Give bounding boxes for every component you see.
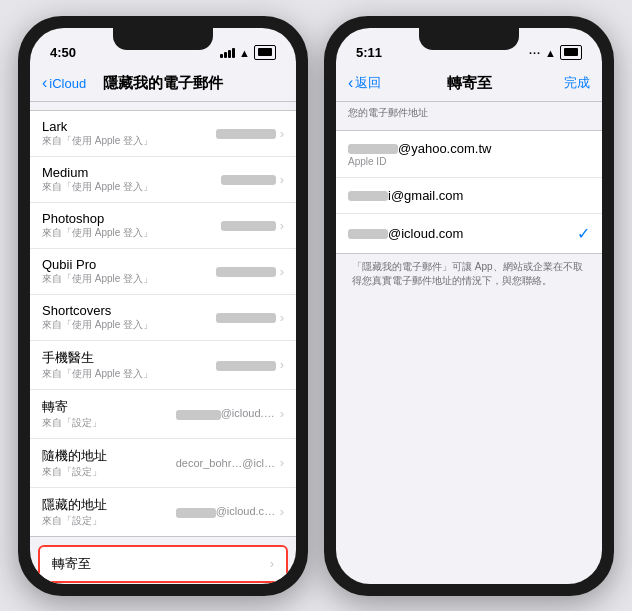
done-button[interactable]: 完成	[564, 74, 590, 92]
scroll-area-left[interactable]: Lark 來自「使用 Apple 登入」 › Medium 來自「使用 Appl…	[30, 102, 296, 584]
yahoo-domain: @yahoo.com.tw	[398, 141, 491, 156]
list-item[interactable]: Medium 來自「使用 Apple 登入」 ›	[30, 157, 296, 203]
bar3	[228, 50, 231, 58]
item-value	[221, 173, 276, 185]
item-value: @icloud.com	[176, 407, 276, 419]
item-value	[216, 311, 276, 323]
photoshop-title: Photoshop	[42, 211, 221, 226]
section-label-emails: 您的電子郵件地址	[336, 102, 602, 122]
checkmark-icon: ✓	[577, 224, 590, 243]
email-info: @icloud.com	[348, 226, 577, 241]
right-phone: 5:11 ··· ▲ ‹ 返回 轉寄至 完成 您的電子郵件地址	[324, 16, 614, 596]
email-address: @yahoo.com.tw	[348, 141, 590, 156]
list-item[interactable]: Shortcovers 來自「使用 Apple 登入」 ›	[30, 295, 296, 341]
chevron-icon: ›	[280, 406, 284, 421]
icloud-domain: @icloud.com	[388, 226, 463, 241]
bar1	[220, 54, 223, 58]
back-chevron-right: ‹	[348, 74, 353, 92]
left-phone: 4:50 ▲ ‹ iCloud 隱藏	[18, 16, 308, 596]
item-title: Lark	[42, 119, 216, 134]
email-sublabel: Apple ID	[348, 156, 590, 167]
footer-text-right: 「隱藏我的電子郵件」可讓 App、網站或企業在不取得您真實電子郵件地址的情況下，…	[336, 254, 602, 294]
wifi-icon: ▲	[239, 47, 250, 59]
chevron-icon: ›	[280, 455, 284, 470]
highlighted-section: 轉寄至 ›	[38, 545, 288, 583]
item-title: Shortcovers	[42, 303, 216, 318]
item-sub: 來自「使用 Apple 登入」	[42, 134, 216, 148]
list-item[interactable]: 轉寄 來自「設定」 @icloud.com ›	[30, 390, 296, 439]
time-left: 4:50	[50, 45, 76, 60]
chevron-icon: ›	[280, 310, 284, 325]
status-icons-left: ▲	[220, 45, 276, 60]
footer-text-left: 「隱藏我的電子郵件」可讓 App、網站或企業在不取得您真實電子郵件地址的情況下，…	[30, 583, 296, 584]
list-item[interactable]: 隨機的地址 來自「設定」 decor_bohr…@icloud.com ›	[30, 439, 296, 488]
item-sub: 來自「設定」	[42, 465, 176, 479]
notch-left	[113, 28, 213, 50]
item-sub: 來自「使用 Apple 登入」	[42, 226, 221, 240]
notch-right	[419, 28, 519, 50]
bar4	[232, 48, 235, 58]
nav-title-right: 轉寄至	[447, 74, 492, 93]
list-item[interactable]: 手機醫生 來自「使用 Apple 登入」 ›	[30, 341, 296, 390]
signal-icon	[220, 48, 235, 58]
item-title: 手機醫生	[42, 349, 216, 367]
item-sub: 來自「使用 Apple 登入」	[42, 318, 216, 332]
item-sub: 來自「使用 Apple 登入」	[42, 180, 221, 194]
back-chevron-left: ‹	[42, 74, 47, 92]
item-value	[221, 219, 276, 231]
chevron-icon: ›	[270, 556, 274, 571]
gmail-domain: i@gmail.com	[388, 188, 463, 203]
item-sub: 來自「設定」	[42, 514, 176, 528]
email-item-icloud[interactable]: @icloud.com ✓	[336, 214, 602, 253]
email-address: @icloud.com	[348, 226, 577, 241]
email-info: @yahoo.com.tw Apple ID	[348, 141, 590, 167]
item-value	[216, 127, 276, 139]
item-sub: 來自「設定」	[42, 416, 176, 430]
email-item-yahoo[interactable]: @yahoo.com.tw Apple ID	[336, 131, 602, 178]
chevron-icon: ›	[280, 504, 284, 519]
time-right: 5:11	[356, 45, 382, 60]
battery-icon	[560, 45, 582, 60]
nav-bar-right: ‹ 返回 轉寄至 完成	[336, 68, 602, 102]
item-sub: 來自「使用 Apple 登入」	[42, 367, 216, 381]
bar2	[224, 52, 227, 58]
back-button-right[interactable]: ‹ 返回	[348, 74, 381, 92]
chevron-icon: ›	[280, 126, 284, 141]
chevron-icon: ›	[280, 357, 284, 372]
item-title: 轉寄	[42, 398, 176, 416]
chevron-icon: ›	[280, 218, 284, 233]
item-sub: 來自「使用 Apple 登入」	[42, 272, 216, 286]
nav-title-left: 隱藏我的電子郵件	[103, 74, 223, 93]
email-list: @yahoo.com.tw Apple ID i@gmail.com	[336, 130, 602, 254]
item-title: 隨機的地址	[42, 447, 176, 465]
forward-to-label: 轉寄至	[52, 555, 270, 573]
battery-icon	[254, 45, 276, 60]
chevron-icon: ›	[280, 172, 284, 187]
item-value	[216, 265, 276, 277]
back-label-left: iCloud	[49, 76, 86, 91]
email-info: i@gmail.com	[348, 188, 590, 203]
status-icons-right: ··· ▲	[529, 45, 582, 60]
forward-to-item[interactable]: 轉寄至 ›	[38, 545, 288, 583]
email-item-gmail[interactable]: i@gmail.com	[336, 178, 602, 214]
list-item[interactable]: Lark 來自「使用 Apple 登入」 ›	[30, 111, 296, 157]
scroll-area-right[interactable]: 您的電子郵件地址 @yahoo.com.tw Apple ID i@g	[336, 102, 602, 584]
apps-list: Lark 來自「使用 Apple 登入」 › Medium 來自「使用 Appl…	[30, 110, 296, 537]
item-value	[216, 358, 276, 370]
item-title: Qubii Pro	[42, 257, 216, 272]
chevron-icon: ›	[280, 264, 284, 279]
dots-icon: ···	[529, 47, 541, 59]
nav-bar-left: ‹ iCloud 隱藏我的電子郵件	[30, 68, 296, 102]
list-item[interactable]: Photoshop 來自「使用 Apple 登入」 ›	[30, 203, 296, 249]
back-button-left[interactable]: ‹ iCloud	[42, 74, 86, 92]
item-value: @icloud.com	[176, 505, 276, 517]
item-title: Medium	[42, 165, 221, 180]
wifi-icon: ▲	[545, 47, 556, 59]
list-item[interactable]: 隱藏的地址 來自「設定」 @icloud.com ›	[30, 488, 296, 536]
back-label-right: 返回	[355, 74, 381, 92]
email-address: i@gmail.com	[348, 188, 590, 203]
item-title: 隱藏的地址	[42, 496, 176, 514]
item-value: decor_bohr…@icloud.com	[176, 457, 276, 469]
list-item[interactable]: Qubii Pro 來自「使用 Apple 登入」 ›	[30, 249, 296, 295]
